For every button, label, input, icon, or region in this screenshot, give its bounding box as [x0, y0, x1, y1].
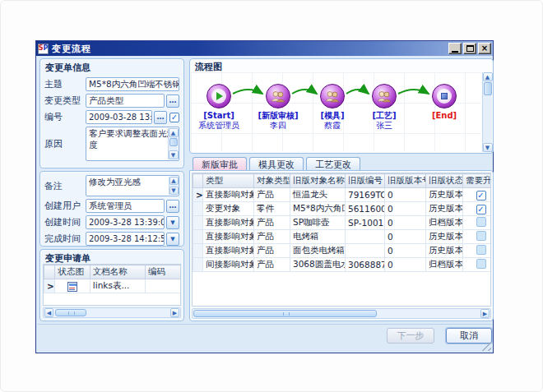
number-checkbox[interactable]: ✓: [169, 113, 179, 122]
upgrade-checkbox[interactable]: ✓: [476, 205, 486, 214]
detail-cell: 3068887: [346, 258, 385, 272]
detail-col-header-7[interactable]: 需要升版: [463, 174, 492, 188]
maximize-icon: [466, 45, 474, 52]
upgrade-cell[interactable]: [463, 258, 492, 272]
scroll-up-icon[interactable]: ▲: [169, 128, 179, 137]
change-type-browse-button[interactable]: …: [166, 95, 179, 108]
detail-col-header-0[interactable]: [193, 174, 203, 188]
detail-cell: 归档版本: [426, 216, 463, 230]
detail-table-hscrollbar[interactable]: ▶: [192, 308, 491, 319]
node-circle[interactable]: [372, 84, 397, 108]
request-row-0[interactable]: >links表...普通: [44, 279, 182, 293]
remarks-scrollbar[interactable]: ▲ ▼: [169, 177, 178, 195]
detail-row-0[interactable]: >直接影响对象产品恒温龙头79169TC0历史版本✓: [193, 188, 492, 202]
reason-scrollbar[interactable]: ▲ ▼: [168, 128, 178, 159]
row-selector: [193, 230, 203, 244]
scroll-left-icon[interactable]: ◀: [44, 308, 53, 317]
create-time-dropdown-button[interactable]: ▼: [166, 216, 179, 229]
scroll-down-icon[interactable]: ▼: [483, 143, 493, 152]
detail-col-header-6[interactable]: 旧版状态: [426, 174, 463, 188]
flow-node-end-4[interactable]: [End]: [410, 84, 479, 121]
node-circle[interactable]: [266, 84, 290, 108]
finish-time-input[interactable]: 2009-3-28 14:12:50: [86, 232, 165, 246]
request-col-header-3[interactable]: 编码: [145, 265, 181, 279]
detail-row-2[interactable]: 直接影响对象产品SP咖啡壶SP-10010归档版本SP咖: [193, 216, 492, 230]
upgrade-checkbox[interactable]: [476, 245, 486, 255]
node-person: 张三: [350, 121, 419, 131]
scroll-thumb[interactable]: [55, 309, 86, 316]
change-process-dialog: SP 变更流程 × 变更单信息 主题 M5*8内六角凹端不锈钢紧固螺钉 变更类型…: [35, 40, 494, 353]
remarks-textarea[interactable]: 修改为亚光感 ▲ ▼: [86, 175, 179, 196]
detail-cell: 面包类电烤箱: [290, 244, 346, 258]
scroll-thumb[interactable]: [169, 138, 178, 146]
close-button[interactable]: ×: [478, 43, 491, 54]
row-selector: [193, 244, 203, 258]
detail-row-1[interactable]: 变更对象零件M5*8内六角凹...56116000历史版本✓M5*8: [193, 202, 492, 216]
detail-cell: [346, 244, 385, 258]
detail-col-header-1[interactable]: 类型: [203, 174, 254, 188]
remarks-label: 备注: [44, 180, 86, 192]
scroll-down-icon[interactable]: ▼: [169, 187, 179, 195]
upgrade-cell[interactable]: [463, 244, 492, 258]
node-circle[interactable]: [207, 84, 231, 108]
detail-col-header-4[interactable]: 旧版编号: [346, 174, 385, 188]
remarks-text: 修改为亚光感: [89, 177, 141, 187]
request-col-header-1[interactable]: 状态图: [55, 265, 90, 279]
row-selector: [193, 258, 203, 272]
scroll-up-icon[interactable]: ▲: [169, 177, 179, 185]
detail-cell: SP咖啡壶: [290, 216, 346, 230]
detail-col-header-3[interactable]: 旧版对象名称: [290, 174, 346, 188]
detail-row-4[interactable]: 直接影响对象产品面包类电烤箱0历史版本: [193, 244, 492, 258]
upgrade-cell[interactable]: [463, 230, 492, 244]
detail-row-5[interactable]: 间接影响对象产品3068圆盖电水壶30688870归档版本: [193, 258, 492, 272]
detail-col-header-5[interactable]: 旧版版本号: [385, 174, 426, 188]
request-col-header-2[interactable]: 文档名称: [90, 265, 145, 279]
detail-cell: 电烤箱: [290, 230, 346, 244]
create-user-browse-button[interactable]: …: [166, 200, 179, 213]
node-circle[interactable]: [320, 84, 345, 108]
scroll-down-icon[interactable]: ▼: [169, 150, 179, 159]
flow-node-task-3[interactable]: [工艺]张三: [350, 84, 419, 131]
minimize-button[interactable]: [448, 43, 462, 54]
request-table-hscrollbar[interactable]: ◀ ▶: [43, 307, 181, 318]
request-col-header-0[interactable]: [44, 265, 55, 279]
title-bar[interactable]: SP 变更流程 ×: [36, 41, 493, 56]
scroll-thumb[interactable]: [193, 310, 377, 317]
reason-textarea[interactable]: 客户要求调整表面光滑度 ▲ ▼: [86, 127, 179, 161]
next-button[interactable]: 下一步: [387, 328, 434, 344]
scroll-thumb[interactable]: [484, 82, 492, 95]
tab-1[interactable]: 模具更改: [249, 157, 304, 171]
subject-input[interactable]: M5*8内六角凹端不锈钢紧固螺钉: [86, 77, 179, 91]
detail-row-3[interactable]: 直接影响对象产品电烤箱0历史版本: [193, 230, 492, 244]
flow-vscrollbar[interactable]: ▲ ▼: [482, 72, 492, 152]
upgrade-checkbox[interactable]: [476, 231, 486, 241]
node-circle[interactable]: [432, 84, 457, 108]
tab-2[interactable]: 工艺更改: [306, 157, 360, 171]
create-user-input[interactable]: 系统管理员: [86, 199, 165, 213]
upgrade-checkbox[interactable]: ✓: [476, 191, 486, 201]
number-browse-button[interactable]: …: [154, 111, 167, 124]
finish-time-dropdown-button[interactable]: ▼: [166, 233, 179, 246]
row-selector: >: [193, 188, 203, 202]
upgrade-checkbox[interactable]: [476, 217, 486, 227]
change-type-label: 变更类型: [44, 95, 86, 107]
create-time-input[interactable]: 2009-3-28 13:39:01: [86, 215, 165, 229]
upgrade-cell[interactable]: ✓: [463, 188, 492, 202]
detail-cell: [346, 230, 385, 244]
detail-cell: 归档版本: [426, 258, 463, 272]
upgrade-cell[interactable]: ✓: [463, 202, 492, 216]
change-type-input[interactable]: 产品类型: [86, 94, 165, 108]
scroll-right-icon[interactable]: ▶: [170, 308, 179, 317]
scroll-right-icon[interactable]: ▶: [480, 309, 490, 318]
detail-cell: 零件: [254, 202, 290, 216]
cancel-button[interactable]: 取消: [446, 328, 492, 344]
upgrade-cell[interactable]: [463, 216, 492, 230]
upgrade-checkbox[interactable]: [476, 259, 486, 269]
number-input[interactable]: 2009-03-28 13:39:01: [86, 110, 152, 124]
tab-0[interactable]: 新版审批: [193, 157, 247, 171]
maximize-button[interactable]: [463, 43, 476, 54]
detail-cell: 0: [385, 258, 426, 272]
detail-col-header-2[interactable]: 对象类型: [254, 174, 290, 188]
flow-chart-canvas[interactable]: [Start]系统管理员[新版审核]李四[模具]蔡霞[工艺]张三[End]: [191, 72, 481, 151]
scroll-up-icon[interactable]: ▲: [483, 72, 493, 81]
